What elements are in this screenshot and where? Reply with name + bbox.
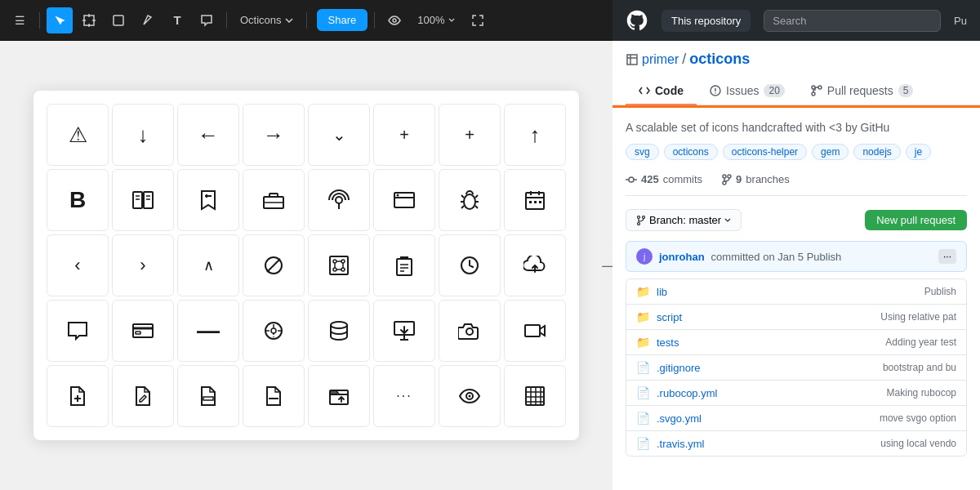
icon-dashboard[interactable] bbox=[243, 300, 305, 362]
repo-tags: svg octicons octicons-helper gem nodejs … bbox=[626, 144, 967, 160]
file-row-tests[interactable]: 📁 tests Adding year test bbox=[626, 330, 966, 355]
icon-arrow-down[interactable]: ↓ bbox=[112, 104, 174, 166]
text-tool-button[interactable]: T bbox=[164, 7, 190, 33]
file-name-tests[interactable]: tests bbox=[657, 336, 879, 349]
icon-arrow-left[interactable]: ← bbox=[177, 104, 239, 166]
zoom-dropdown[interactable]: 100% bbox=[411, 11, 461, 29]
tag-gem[interactable]: gem bbox=[812, 144, 849, 160]
breadcrumb-repo[interactable]: octicons bbox=[689, 51, 750, 68]
icon-diff-removed[interactable] bbox=[177, 365, 239, 427]
icon-arrow-up[interactable]: ↑ bbox=[504, 104, 566, 166]
tag-octicons[interactable]: octicons bbox=[664, 144, 718, 160]
icon-device-camera[interactable] bbox=[439, 300, 501, 362]
icon-cloud-upload[interactable] bbox=[504, 234, 566, 296]
icon-chevron-down[interactable]: ⌄ bbox=[308, 104, 370, 166]
icon-diff-renamed[interactable] bbox=[243, 365, 305, 427]
tag-je[interactable]: je bbox=[906, 144, 931, 160]
tab-code[interactable]: Code bbox=[626, 78, 697, 105]
icon-kebab[interactable]: ··· bbox=[373, 365, 435, 427]
select-tool-button[interactable] bbox=[47, 7, 73, 33]
pen-tool-button[interactable] bbox=[135, 7, 161, 33]
folder-icon-script: 📁 bbox=[636, 310, 650, 323]
tab-issues[interactable]: Issues 20 bbox=[697, 78, 798, 105]
icon-graph[interactable] bbox=[504, 365, 566, 427]
file-row-script[interactable]: 📁 script Using relative pat bbox=[626, 305, 966, 330]
icon-diff-added[interactable] bbox=[47, 365, 109, 427]
new-pull-request-button[interactable]: New pull request bbox=[865, 210, 967, 230]
file-name-svgo[interactable]: .svgo.yml bbox=[657, 412, 873, 425]
icon-comment[interactable] bbox=[47, 300, 109, 362]
folder-icon-tests: 📁 bbox=[636, 336, 650, 349]
svg-point-59 bbox=[466, 328, 473, 335]
icon-chevron-right[interactable]: + bbox=[439, 104, 501, 166]
tag-svg[interactable]: svg bbox=[626, 144, 659, 160]
icon-eye[interactable] bbox=[439, 365, 501, 427]
icon-clipboard[interactable] bbox=[373, 234, 435, 296]
icon-broadcast[interactable] bbox=[308, 169, 370, 231]
tag-nodejs[interactable]: nodejs bbox=[853, 144, 900, 160]
design-tool-panel: ☰ T bbox=[0, 0, 612, 490]
icon-chevron-right-sm[interactable]: › bbox=[112, 234, 174, 296]
file-row-lib[interactable]: 📁 lib Publish bbox=[626, 279, 966, 305]
commit-message: committed on Jan 5 Publish bbox=[711, 251, 842, 263]
file-name-gitignore[interactable]: .gitignore bbox=[657, 362, 876, 374]
icon-alert[interactable]: ⚠ bbox=[47, 104, 109, 166]
comment-tool-button[interactable] bbox=[194, 7, 220, 33]
icon-device-camera-video[interactable] bbox=[504, 300, 566, 362]
file-row-svgo[interactable]: 📄 .svgo.yml move svgo option bbox=[626, 406, 966, 431]
file-name-rubocop[interactable]: .rubocop.yml bbox=[657, 387, 880, 399]
branch-button[interactable]: Branch: master bbox=[626, 209, 742, 231]
branch-chevron-icon bbox=[724, 218, 731, 222]
icon-clock[interactable] bbox=[439, 234, 501, 296]
icon-bug[interactable] bbox=[439, 169, 501, 231]
icon-diff-modified[interactable] bbox=[112, 365, 174, 427]
icon-chevron-up-sm[interactable]: ∧ bbox=[177, 234, 239, 296]
svg-point-83 bbox=[629, 177, 634, 182]
icon-browser[interactable] bbox=[373, 169, 435, 231]
committer-avatar: j bbox=[636, 248, 653, 265]
fullscreen-button[interactable] bbox=[465, 7, 491, 33]
tab-pull-requests[interactable]: Pull requests 5 bbox=[798, 78, 927, 105]
file-name-script[interactable]: script bbox=[657, 311, 874, 323]
commit-msg-tests: Adding year test bbox=[885, 336, 956, 348]
github-search[interactable]: Search bbox=[764, 10, 941, 32]
commit-dots-button[interactable]: ··· bbox=[938, 249, 956, 264]
icon-bookmark[interactable] bbox=[177, 169, 239, 231]
menu-button[interactable]: ☰ bbox=[7, 7, 33, 33]
file-name-travis[interactable]: .travis.yml bbox=[657, 438, 874, 450]
share-button[interactable]: Share bbox=[317, 9, 368, 31]
icon-file-directory[interactable] bbox=[308, 365, 370, 427]
tag-octicons-helper[interactable]: octicons-helper bbox=[723, 144, 807, 160]
file-row-travis[interactable]: 📄 .travis.yml using local vendo bbox=[626, 431, 966, 456]
icon-book[interactable] bbox=[112, 169, 174, 231]
icon-credit-card[interactable] bbox=[112, 300, 174, 362]
actions-bar: Branch: master New pull request bbox=[626, 209, 967, 231]
icon-chevron-left[interactable]: + bbox=[373, 104, 435, 166]
icon-circuit-board[interactable] bbox=[308, 234, 370, 296]
code-icon bbox=[639, 85, 650, 96]
branch-icon bbox=[636, 216, 646, 225]
pull-request-nav[interactable]: Pu bbox=[954, 15, 967, 27]
commits-label: commits bbox=[663, 173, 702, 185]
icon-bold[interactable]: B bbox=[47, 169, 109, 231]
icon-database[interactable] bbox=[308, 300, 370, 362]
icon-arrow-right[interactable]: → bbox=[243, 104, 305, 166]
commit-msg-lib: Publish bbox=[924, 286, 956, 297]
preview-button[interactable] bbox=[381, 7, 408, 33]
plugin-dropdown[interactable]: Octicons bbox=[234, 11, 300, 29]
frame-tool-button[interactable] bbox=[76, 7, 102, 33]
icon-chevron-left-sm[interactable]: ‹ bbox=[47, 234, 109, 296]
file-row-rubocop[interactable]: 📄 .rubocop.yml Making rubocop bbox=[626, 381, 966, 406]
file-name-lib[interactable]: lib bbox=[657, 286, 918, 298]
icon-circle-slash[interactable] bbox=[243, 234, 305, 296]
shape-tool-button[interactable] bbox=[105, 7, 131, 33]
icon-calendar[interactable] bbox=[504, 169, 566, 231]
icon-briefcase[interactable] bbox=[243, 169, 305, 231]
svg-point-40 bbox=[341, 268, 345, 271]
breadcrumb-user[interactable]: primer bbox=[642, 52, 679, 67]
file-row-gitignore[interactable]: 📄 .gitignore bootstrap and bu bbox=[626, 355, 966, 381]
icon-dash[interactable]: — bbox=[177, 300, 239, 362]
this-repository-tab[interactable]: This repository bbox=[662, 10, 751, 32]
icon-desktop-download[interactable] bbox=[373, 300, 435, 362]
svg-point-39 bbox=[333, 268, 336, 271]
